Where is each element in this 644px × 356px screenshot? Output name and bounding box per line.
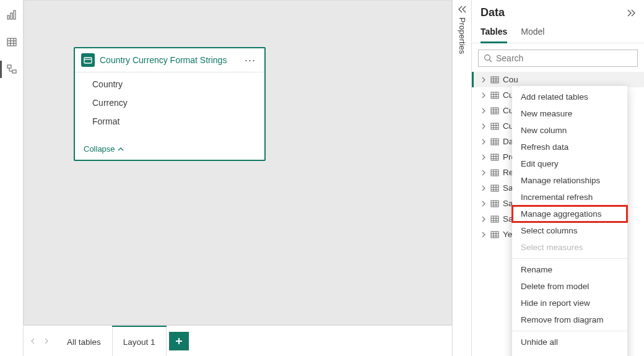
context-menu-item-incremental-refresh[interactable]: Incremental refresh (512, 189, 627, 206)
model-icon (7, 64, 17, 74)
chevron-right-icon (481, 108, 487, 114)
data-pane-title: Data (481, 6, 505, 19)
table-icon (490, 215, 499, 224)
svg-rect-23 (491, 92, 498, 98)
chevron-right-icon (481, 77, 487, 83)
data-tab-tables[interactable]: Tables (481, 27, 507, 43)
table-icon (490, 230, 499, 239)
context-menu-item-remove-from-diagram[interactable]: Remove from diagram (512, 311, 627, 328)
context-menu-separator (512, 258, 627, 259)
table-icon (490, 137, 499, 146)
context-menu-item-manage-aggregations[interactable]: Manage aggregations (512, 206, 627, 222)
context-menu-item-select-measures: Select measures (512, 239, 627, 256)
table-name-label: Cou (503, 75, 518, 84)
context-menu-item-hide-in-report-view[interactable]: Hide in report view (512, 295, 627, 311)
context-menu-item-delete-from-model[interactable]: Delete from model (512, 278, 627, 295)
tabs-prev-button[interactable] (26, 330, 40, 352)
add-layout-button[interactable] (169, 332, 189, 350)
svg-rect-0 (7, 15, 9, 19)
chevron-right-icon (43, 338, 50, 344)
search-input[interactable] (496, 53, 632, 63)
svg-rect-43 (491, 154, 498, 160)
chevron-right-icon (481, 154, 487, 160)
report-view-nav[interactable] (0, 6, 24, 24)
properties-pane-collapsed: Properties (452, 0, 472, 356)
properties-pane-label: Properties (458, 17, 467, 54)
chevron-right-icon (481, 139, 487, 145)
table-header-icon (81, 53, 95, 67)
table-icon (490, 122, 499, 131)
context-menu-item-edit-query[interactable]: Edit query (512, 155, 627, 172)
collapse-label: Collapse (84, 144, 115, 154)
chevron-right-icon (481, 232, 487, 238)
table-context-menu: Add related tablesNew measureNew columnR… (512, 85, 627, 356)
properties-expand-button[interactable] (457, 5, 467, 14)
context-menu-item-manage-relationships[interactable]: Manage relationships (512, 172, 627, 189)
svg-rect-68 (491, 232, 498, 238)
tab-layout-1[interactable]: Layout 1 (112, 326, 167, 356)
svg-rect-18 (491, 77, 498, 83)
svg-rect-38 (491, 139, 498, 145)
table-card-header[interactable]: Country Currency Format Strings ··· (75, 48, 264, 72)
table-card-country-currency-format-strings[interactable]: Country Currency Format Strings ··· Coun… (74, 47, 266, 161)
context-menu-item-new-column[interactable]: New column (512, 122, 627, 139)
svg-rect-8 (7, 65, 11, 68)
svg-rect-33 (491, 123, 498, 129)
table-field[interactable]: Country (75, 75, 264, 93)
data-view-nav[interactable] (0, 33, 24, 51)
svg-rect-58 (491, 201, 498, 207)
bar-chart-icon (7, 10, 17, 20)
table-card-title: Country Currency Format Strings (100, 55, 237, 65)
table-icon (7, 37, 17, 47)
tabs-next-button[interactable] (40, 330, 53, 352)
table-field[interactable]: Currency (75, 93, 264, 112)
context-menu-item-refresh-data[interactable]: Refresh data (512, 139, 627, 155)
svg-rect-63 (491, 216, 498, 222)
model-canvas[interactable]: Country Currency Format Strings ··· Coun… (24, 0, 452, 325)
table-card-fields: CountryCurrencyFormat (75, 72, 264, 139)
chevron-right-icon (481, 170, 487, 176)
chevron-right-icon (481, 123, 487, 129)
svg-rect-9 (12, 70, 16, 73)
svg-rect-28 (491, 108, 498, 114)
tab-all-tables[interactable]: All tables (56, 326, 112, 356)
table-icon (490, 76, 499, 84)
left-nav (0, 0, 24, 356)
context-menu-item-rename[interactable]: Rename (512, 261, 627, 278)
chevron-right-icon (481, 201, 487, 207)
svg-rect-1 (11, 13, 12, 19)
chevron-right-icon (481, 216, 487, 222)
table-icon (490, 168, 499, 177)
context-menu-item-new-measure[interactable]: New measure (512, 105, 627, 122)
context-menu-item-select-columns[interactable]: Select columns (512, 222, 627, 239)
table-field[interactable]: Format (75, 112, 264, 131)
svg-rect-53 (491, 185, 498, 191)
table-card-more-button[interactable]: ··· (242, 54, 258, 67)
data-tab-model[interactable]: Model (521, 27, 544, 43)
data-search-box[interactable] (478, 50, 638, 67)
context-menu-item-unhide-all[interactable]: Unhide all (512, 334, 627, 350)
table-card-collapse-button[interactable]: Collapse (75, 139, 264, 160)
svg-point-16 (485, 55, 490, 61)
context-menu-item-collapse-all[interactable]: Collapse all (512, 350, 627, 356)
chevron-right-icon (481, 92, 487, 98)
svg-rect-2 (14, 11, 15, 19)
search-icon (484, 54, 492, 63)
model-view-nav[interactable] (0, 61, 24, 78)
table-icon (490, 153, 499, 162)
data-pane-collapse-button[interactable] (627, 9, 637, 17)
svg-rect-3 (7, 38, 16, 46)
svg-rect-12 (84, 58, 92, 63)
layout-tabs-bar: All tablesLayout 1 (24, 325, 452, 356)
chevron-right-icon (481, 185, 487, 191)
svg-line-17 (489, 59, 492, 62)
context-menu-item-add-related-tables[interactable]: Add related tables (512, 89, 627, 105)
context-menu-separator (512, 331, 627, 331)
chevron-left-icon (30, 338, 36, 344)
chevron-up-icon (118, 146, 124, 152)
table-icon (490, 91, 499, 100)
plus-icon (175, 337, 183, 345)
double-chevron-left-icon (457, 5, 467, 14)
table-icon (490, 106, 499, 115)
table-icon (490, 184, 499, 193)
